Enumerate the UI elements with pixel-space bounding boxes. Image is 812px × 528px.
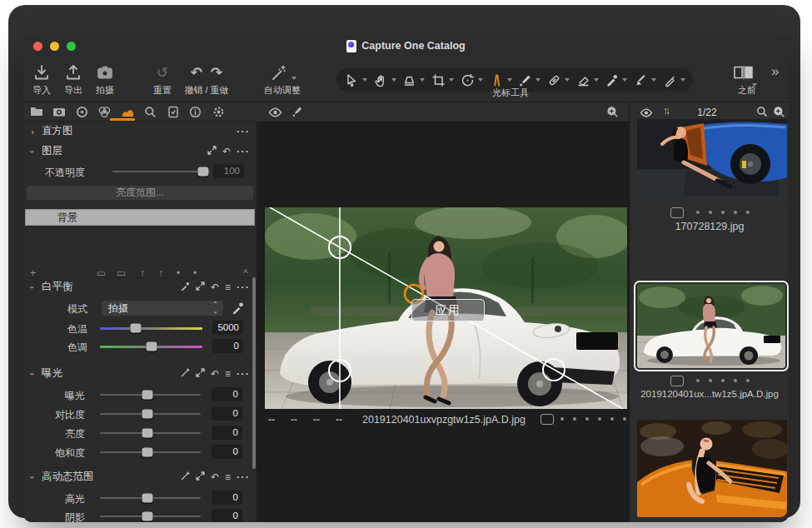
import-button[interactable]: 导入 [27,60,57,97]
rating-dot[interactable] [610,417,614,421]
slider-value[interactable]: 0 [212,445,242,459]
adjustment-slider[interactable] [100,509,201,522]
rating-dot[interactable] [746,379,750,382]
rating-dot[interactable] [721,211,725,214]
thumb-2-checkbox[interactable] [670,376,684,386]
collapse-icon[interactable]: ^ [243,267,248,276]
layers-reset-icon[interactable]: ↶ [222,147,231,157]
slider-value[interactable]: 0 [212,406,242,421]
exposure-section-header[interactable]: › 曝光 ↶ ≡ ··· [23,364,257,382]
wb-tint-value[interactable]: 0 [212,339,243,353]
slider-thumb[interactable] [142,429,152,438]
reset-button[interactable]: ↺ 重置 [147,60,178,97]
slider-thumb[interactable] [142,410,152,419]
slider-thumb[interactable] [142,494,152,503]
thumb-1-checkbox[interactable] [670,207,684,218]
hdr-reset-icon[interactable]: ↶ [211,472,219,482]
wb-menu-icon[interactable]: ··· [237,282,250,292]
select-tool[interactable] [343,70,368,90]
before-after-button[interactable]: 之前 [730,60,765,97]
pan-tool[interactable] [372,70,397,90]
rating-dot[interactable] [709,379,712,382]
mask2-icon[interactable]: ▭ [117,267,126,276]
thumbnail-1[interactable] [637,119,787,202]
capture-button[interactable]: 拍摄 [90,60,120,97]
hdr-section-header[interactable]: › 高动态范围 ↶ ≡ ··· [23,467,257,486]
background-layer-row[interactable]: 背景 [25,209,255,226]
heal-tool[interactable] [545,70,570,90]
wb-expand-icon[interactable] [196,281,205,292]
lock-icon[interactable]: • [177,267,180,276]
histogram-section-header[interactable]: › 直方图 ··· [23,122,257,140]
wb-mode-select[interactable]: 拍摄 ⌃⌄ [102,301,223,316]
slider-value[interactable]: 0 [212,387,242,401]
export-button[interactable]: 导出 [58,60,88,97]
wb-tint-slider-thumb[interactable] [146,342,157,351]
viewer-zoom-icon[interactable] [606,106,619,122]
slider-thumb[interactable] [142,512,152,521]
wb-temp-value[interactable]: 5000 [212,321,243,335]
redo-icon[interactable]: ↷ [211,65,222,82]
rating-dot[interactable] [623,417,626,421]
crop-tool[interactable] [430,70,455,90]
annotate-tool[interactable] [661,70,686,90]
adjustment-slider[interactable] [100,406,201,421]
add-layer-icon[interactable]: + [30,267,36,276]
luma-range-button[interactable]: 亮度范围... [27,186,253,200]
auto-adjust-button[interactable]: 自动调整 [259,60,306,97]
rating-dot[interactable] [746,211,750,214]
exposure-auto-icon[interactable] [181,368,190,379]
select-checkbox[interactable] [541,414,554,425]
tab-adjustments[interactable] [119,104,136,119]
wb-reset-icon[interactable]: ↶ [211,282,219,292]
layers-section-header[interactable]: › 图层 ↶ ··· [23,142,257,160]
opacity-slider[interactable] [112,164,210,179]
wb-eyedropper-icon[interactable] [232,301,244,317]
rating-dot[interactable] [721,379,725,382]
hdr-menu-icon[interactable]: ··· [237,472,250,482]
loupe-tool[interactable] [401,70,426,90]
undo-icon[interactable]: ↶ [191,65,202,82]
rating-dot[interactable] [709,211,712,214]
adjustment-slider[interactable] [100,491,201,506]
slider-value[interactable]: 0 [212,426,242,440]
tab-color[interactable] [97,104,113,119]
proof-eye-icon[interactable] [268,106,282,121]
exposure-expand-icon[interactable] [196,368,205,379]
hdr-auto-icon[interactable] [181,471,190,482]
thumbnail-2-selected[interactable] [634,281,789,371]
thumbnail-3[interactable] [637,420,787,517]
sort-icon[interactable]: ↑↓ [663,105,668,117]
wb-temp-slider[interactable] [100,321,202,336]
tab-metadata[interactable] [165,104,182,119]
wb-picker-icon[interactable] [181,281,190,292]
layers-menu-icon[interactable]: ··· [237,147,250,157]
mask-brush-icon[interactable] [291,106,303,121]
histogram-menu-icon[interactable]: ··· [237,127,250,137]
tab-details[interactable] [142,104,158,119]
layers-expand-icon[interactable] [207,146,217,157]
adjustment-slider[interactable] [100,387,201,402]
mask-icon[interactable]: ▭ [97,267,106,276]
rating-dot[interactable] [696,211,700,214]
panel-scrollbar[interactable] [252,277,256,469]
tab-settings[interactable] [210,104,227,119]
rating-dot[interactable] [696,379,700,382]
main-photo[interactable]: 应用 [265,207,627,409]
opacity-value[interactable]: 100 [213,164,244,178]
tab-info[interactable] [187,104,204,119]
exposure-presets-icon[interactable]: ≡ [225,369,231,379]
rating-dot[interactable] [573,417,576,421]
wb-tint-slider[interactable] [100,339,202,354]
hdr-expand-icon[interactable] [196,471,205,482]
wb-temp-slider-thumb[interactable] [131,324,142,333]
rating-dot[interactable] [560,417,564,421]
hdr-presets-icon[interactable]: ≡ [225,472,231,482]
slider-thumb[interactable] [142,391,152,400]
rating-dot[interactable] [734,211,737,214]
tab-lens[interactable] [74,104,91,119]
slider-value[interactable]: 0 [212,491,242,505]
slider-thumb[interactable] [142,448,152,457]
white-balance-section-header[interactable]: › 白平衡 ↶ ≡ ··· [23,277,257,296]
adjustment-slider[interactable] [100,445,201,460]
